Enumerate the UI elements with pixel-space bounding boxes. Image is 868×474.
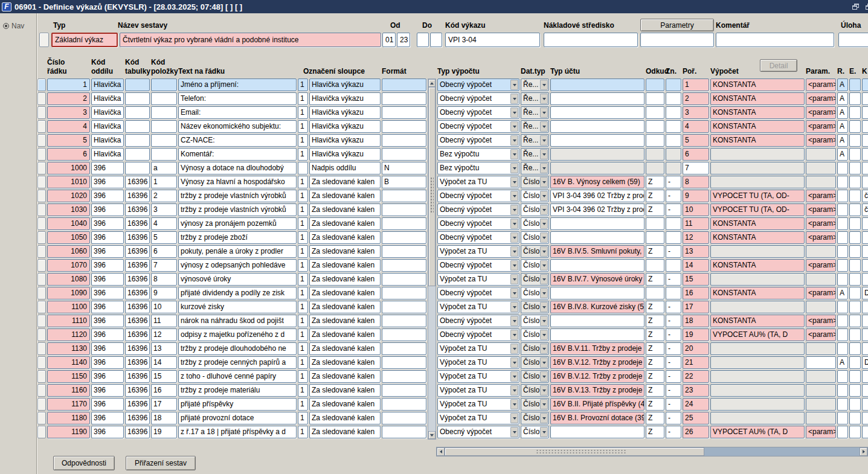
parametry-field[interactable]: [640, 33, 714, 47]
dropdown-arrow-icon[interactable]: [510, 191, 518, 201]
cell-text-na-radku[interactable]: nárok na náhradu škod od pojišt: [178, 315, 297, 327]
cell-por[interactable]: 4: [683, 120, 709, 133]
cell-kod-tabulky[interactable]: 16396: [125, 287, 150, 299]
cell-vypocet[interactable]: [710, 356, 805, 369]
dropdown-arrow-icon[interactable]: [510, 205, 518, 215]
dropdown-arrow-icon[interactable]: [540, 427, 548, 437]
cell-r[interactable]: [837, 384, 848, 397]
komentar-field[interactable]: [716, 33, 834, 47]
cell-r[interactable]: [837, 162, 848, 175]
cell-r[interactable]: [837, 342, 848, 355]
cell-typ-uctu[interactable]: 16V B. Výnosy celkem (59): [550, 176, 645, 188]
cell-format[interactable]: [382, 92, 426, 105]
cell-k[interactable]: [862, 259, 868, 272]
cell-vypocet[interactable]: [710, 342, 805, 355]
cell-por[interactable]: 20: [683, 342, 709, 355]
dropdown-arrow-icon[interactable]: [510, 219, 518, 229]
cell-kod-tabulky[interactable]: 16396: [125, 426, 150, 438]
cell-dat-typ-dropdown[interactable]: Číslo: [521, 384, 549, 397]
cell-dat-typ-dropdown[interactable]: Číslo: [521, 203, 549, 216]
dropdown-arrow-icon[interactable]: [510, 274, 518, 284]
cell-k[interactable]: [862, 134, 868, 147]
cell-vypocet[interactable]: [710, 370, 805, 383]
cell-kod-tabulky[interactable]: 16396: [125, 273, 150, 286]
dropdown-arrow-icon[interactable]: [540, 107, 548, 118]
cell-typ-uctu[interactable]: [550, 287, 645, 299]
row-selector[interactable]: [37, 384, 46, 397]
cell-oznaceni-sloupce-cislo[interactable]: 1: [298, 148, 308, 161]
cell-k[interactable]: [862, 162, 868, 175]
cell-kod-polozky[interactable]: 19: [151, 426, 177, 438]
cell-por[interactable]: 19: [683, 328, 709, 341]
cell-odkud[interactable]: [646, 217, 664, 230]
cell-odkud[interactable]: Z: [646, 203, 664, 216]
cell-zn[interactable]: -: [666, 398, 681, 411]
cell-kod-oddilu[interactable]: Hlavička: [91, 120, 124, 133]
cell-typ-vypoctu-dropdown[interactable]: Výpočet za TU: [437, 301, 519, 313]
cell-r[interactable]: [837, 301, 848, 313]
cell-kod-tabulky[interactable]: 16396: [125, 203, 150, 216]
cell-text-na-radku[interactable]: tržby z prodeje cenných papírů a: [178, 356, 297, 369]
cell-kod-tabulky[interactable]: 16396: [125, 412, 150, 424]
cell-typ-uctu[interactable]: 16V B.V.12. Tržby z prodeje C: [550, 370, 645, 383]
cell-k[interactable]: [862, 120, 868, 133]
cell-typ-vypoctu-dropdown[interactable]: Výpočet za TU: [437, 412, 519, 424]
cell-k[interactable]: [862, 384, 868, 397]
cell-oznaceni-sloupce[interactable]: Za sledované kalen: [309, 231, 381, 244]
cell-vypocet[interactable]: KONSTANTA: [710, 92, 805, 105]
cell-vypocet[interactable]: KONSTANTA: [710, 120, 805, 133]
cell-param[interactable]: <param>: [806, 203, 836, 216]
cell-text-na-radku[interactable]: výnosové úroky: [178, 273, 297, 286]
cell-kod-polozky[interactable]: [151, 120, 177, 133]
cell-k[interactable]: [862, 231, 868, 244]
cell-kod-tabulky[interactable]: 16396: [125, 231, 150, 244]
cell-kod-tabulky[interactable]: 16396: [125, 356, 150, 369]
cell-typ-vypoctu-dropdown[interactable]: Výpočet za TU: [437, 176, 519, 188]
cell-typ-uctu[interactable]: [550, 426, 645, 438]
restore-window-icon[interactable]: [852, 4, 860, 10]
cell-oznaceni-sloupce[interactable]: Za sledované kalen: [309, 328, 381, 341]
cell-dat-typ-dropdown[interactable]: Ře...: [521, 162, 549, 175]
cell-cislo-radku[interactable]: 1000: [47, 162, 90, 175]
cell-oznaceni-sloupce[interactable]: Za sledované kalen: [309, 203, 381, 216]
cell-oznaceni-sloupce[interactable]: Za sledované kalen: [309, 342, 381, 355]
cell-por[interactable]: 11: [683, 217, 709, 230]
typ-field[interactable]: Základní výkaz: [51, 33, 118, 47]
dropdown-arrow-icon[interactable]: [510, 107, 518, 118]
row-selector[interactable]: [37, 398, 46, 411]
cell-oznaceni-sloupce-cislo[interactable]: 1: [298, 384, 308, 397]
cell-oznaceni-sloupce[interactable]: Za sledované kalen: [309, 259, 381, 272]
cell-por[interactable]: 17: [683, 301, 709, 313]
cell-e[interactable]: [849, 342, 861, 355]
cell-e[interactable]: [849, 148, 861, 161]
cell-oznaceni-sloupce[interactable]: Hlavička výkazu: [309, 134, 381, 147]
cell-zn[interactable]: [666, 134, 681, 147]
cell-typ-vypoctu-dropdown[interactable]: Obecný výpočet: [437, 328, 519, 341]
cell-vypocet[interactable]: KONSTANTA: [710, 78, 805, 91]
cell-kod-polozky[interactable]: 16: [151, 384, 177, 397]
cell-por[interactable]: 3: [683, 106, 709, 119]
dropdown-arrow-icon[interactable]: [510, 163, 518, 173]
cell-zn[interactable]: [666, 106, 681, 119]
cell-format[interactable]: [382, 203, 426, 216]
cell-kod-polozky[interactable]: a: [151, 162, 177, 175]
cell-cislo-radku[interactable]: 3: [47, 106, 90, 119]
cell-r[interactable]: [837, 231, 848, 244]
cell-oznaceni-sloupce-cislo[interactable]: 1: [298, 426, 308, 438]
cell-por[interactable]: 13: [683, 245, 709, 258]
cell-odkud[interactable]: Z: [646, 273, 664, 286]
prirazeni-sestav-button[interactable]: Přiřazení sestav: [126, 456, 196, 470]
cell-param[interactable]: <param>: [806, 134, 836, 147]
row-selector[interactable]: [37, 245, 46, 258]
cell-text-na-radku[interactable]: tržby z prodeje materiálu: [178, 384, 297, 397]
dropdown-arrow-icon[interactable]: [510, 427, 518, 437]
cell-vypocet[interactable]: KONSTANTA: [710, 231, 805, 244]
cell-por[interactable]: 24: [683, 398, 709, 411]
cell-oznaceni-sloupce-cislo[interactable]: 1: [298, 134, 308, 147]
cell-format[interactable]: [382, 231, 426, 244]
cell-e[interactable]: [849, 231, 861, 244]
cell-oznaceni-sloupce-cislo[interactable]: 1: [298, 287, 308, 299]
cell-e[interactable]: [849, 259, 861, 272]
cell-kod-tabulky[interactable]: 16396: [125, 176, 150, 188]
cell-oznaceni-sloupce-cislo[interactable]: 1: [298, 78, 308, 91]
